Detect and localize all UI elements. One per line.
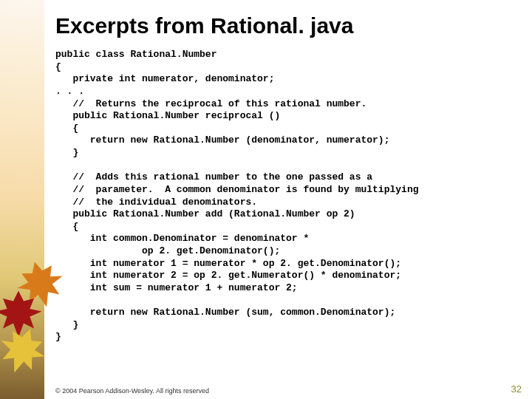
slide-title: Excerpts from Rational. java (55, 13, 517, 38)
copyright-text: © 2004 Pearson Addison-Wesley. All right… (55, 387, 209, 395)
page-number: 32 (511, 383, 522, 395)
slide-content: Excerpts from Rational. java public clas… (55, 13, 517, 344)
code-block: public class Rational.Number { private i… (55, 49, 517, 344)
